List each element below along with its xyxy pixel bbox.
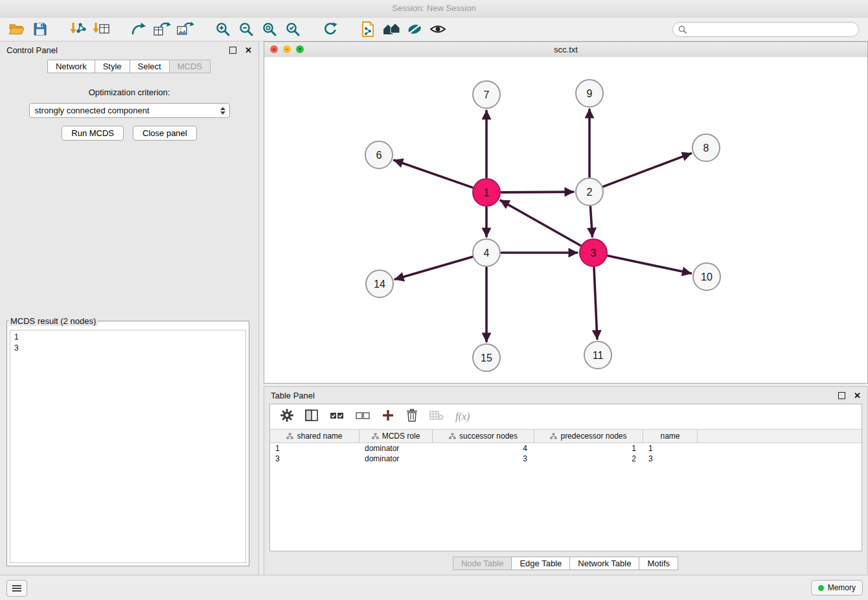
edge-4-14[interactable]: [395, 257, 472, 279]
zoom-fit-icon: [262, 21, 277, 37]
table-header-row: shared name MCDS role successor nodes pr…: [270, 429, 862, 443]
select-all-button[interactable]: [330, 411, 344, 422]
node-10[interactable]: 10: [693, 263, 720, 290]
tab-network-table[interactable]: Network Table: [569, 557, 639, 570]
import-table-button[interactable]: [91, 19, 111, 39]
first-neighbors-button[interactable]: [381, 19, 402, 39]
criterion-dropdown[interactable]: strongly connected component: [29, 103, 230, 118]
style-slash-icon: [406, 22, 423, 36]
table-row[interactable]: 3 dominator 3 2 3: [270, 454, 862, 464]
delete-table-button[interactable]: [429, 410, 444, 423]
tab-node-table[interactable]: Node Table: [453, 557, 512, 570]
delete-column-button[interactable]: [406, 409, 418, 424]
list-menu-icon: [12, 584, 22, 592]
edge-1-2[interactable]: [501, 192, 573, 192]
table-panel-title: Table Panel: [271, 391, 315, 400]
node-2[interactable]: 2: [576, 178, 603, 205]
zoom-fit-button[interactable]: [259, 19, 280, 39]
zoom-window-icon[interactable]: [296, 45, 304, 53]
search-input[interactable]: [672, 22, 859, 37]
new-network-icon: [130, 21, 147, 37]
show-hide-button[interactable]: [428, 19, 448, 39]
mcds-result-item[interactable]: 3: [14, 343, 242, 354]
memory-button[interactable]: Memory: [811, 580, 863, 595]
edge-3-11[interactable]: [594, 268, 597, 339]
zoom-selected-button[interactable]: [282, 19, 303, 39]
trash-icon: [406, 409, 418, 422]
column-header-mcds-role[interactable]: MCDS role: [360, 430, 433, 443]
tab-mcds[interactable]: MCDS: [169, 60, 211, 73]
open-session-button[interactable]: [6, 19, 27, 39]
edge-2-3[interactable]: [590, 207, 592, 237]
node-1[interactable]: 1: [473, 179, 500, 206]
node-3[interactable]: 3: [580, 239, 607, 266]
tab-edge-table[interactable]: Edge Table: [511, 557, 570, 570]
node-11[interactable]: 11: [584, 341, 611, 369]
edge-1-6[interactable]: [394, 160, 473, 187]
minimize-window-icon[interactable]: [283, 45, 291, 53]
column-header-successor-nodes[interactable]: successor nodes: [433, 430, 534, 443]
show-columns-button[interactable]: [305, 410, 318, 424]
tab-network[interactable]: Network: [47, 60, 95, 73]
status-bar: Memory: [0, 575, 868, 600]
style-slash-button[interactable]: [404, 19, 425, 39]
table-row[interactable]: 1 dominator 4 1 1: [270, 443, 862, 454]
deselect-all-button[interactable]: [356, 411, 370, 422]
status-menu-button[interactable]: [6, 580, 27, 597]
column-header-predecessor-nodes[interactable]: predecessor nodes: [534, 430, 643, 443]
table-settings-button[interactable]: [280, 409, 293, 424]
network-graph-svg[interactable]: 7968124314101511: [264, 57, 867, 383]
float-table-panel-icon[interactable]: [838, 392, 845, 399]
column-header-name[interactable]: name: [643, 430, 698, 443]
node-7[interactable]: 7: [473, 81, 500, 108]
import-network-button[interactable]: [67, 19, 88, 39]
copy-network-button[interactable]: [358, 19, 378, 39]
add-column-button[interactable]: [382, 409, 394, 424]
uncheck-all-icon: [356, 411, 370, 420]
new-network-button[interactable]: [128, 19, 149, 39]
zoom-out-button[interactable]: [236, 19, 257, 39]
edge-3-10[interactable]: [608, 256, 691, 273]
tab-style[interactable]: Style: [95, 60, 130, 73]
refresh-layout-button[interactable]: [320, 19, 341, 39]
node-6[interactable]: 6: [365, 141, 393, 168]
table-toolbar: f(x): [270, 404, 862, 429]
mcds-result-box: MCDS result (2 nodes) 1 3: [6, 316, 249, 566]
node-15[interactable]: 15: [473, 344, 500, 371]
node-14[interactable]: 14: [366, 270, 393, 297]
node-8[interactable]: 8: [692, 134, 720, 161]
control-panel: Control Panel Network Style Select MCDS …: [0, 41, 259, 575]
export-image-button[interactable]: [175, 19, 196, 39]
zoom-out-icon: [238, 21, 254, 37]
save-session-button[interactable]: [30, 19, 51, 39]
column-header-shared-name[interactable]: shared name: [270, 430, 360, 443]
import-network-icon: [69, 21, 86, 37]
float-panel-icon[interactable]: [229, 47, 236, 54]
columns-icon: [305, 410, 318, 421]
table-tabs: Node Table Edge Table Network Table Moti…: [264, 557, 867, 570]
first-neighbors-icon: [382, 21, 401, 37]
open-session-icon: [8, 22, 25, 36]
sort-icon: [286, 433, 293, 439]
edge-2-8[interactable]: [604, 154, 691, 187]
tab-motifs[interactable]: Motifs: [639, 557, 678, 570]
search-icon: [678, 25, 687, 37]
mcds-result-list[interactable]: 1 3: [10, 330, 246, 563]
node-4[interactable]: 4: [473, 239, 500, 266]
network-canvas[interactable]: 7968124314101511: [264, 57, 867, 383]
close-table-panel-icon[interactable]: [854, 391, 861, 400]
node-9[interactable]: 9: [576, 80, 603, 107]
mcds-result-item[interactable]: 1: [14, 332, 242, 343]
tab-select[interactable]: Select: [130, 60, 170, 73]
close-panel-icon[interactable]: [245, 46, 252, 54]
close-window-icon[interactable]: [270, 45, 278, 53]
zoom-in-button[interactable]: [212, 19, 233, 39]
function-builder-button[interactable]: f(x): [455, 411, 470, 422]
control-panel-header: Control Panel: [0, 41, 258, 58]
new-table-button[interactable]: [152, 19, 172, 39]
edge-3-1[interactable]: [501, 200, 580, 245]
save-session-icon: [33, 22, 47, 36]
run-mcds-button[interactable]: Run MCDS: [62, 126, 124, 141]
close-panel-button[interactable]: Close panel: [133, 126, 197, 141]
window-title: Session: New Session: [392, 3, 475, 13]
